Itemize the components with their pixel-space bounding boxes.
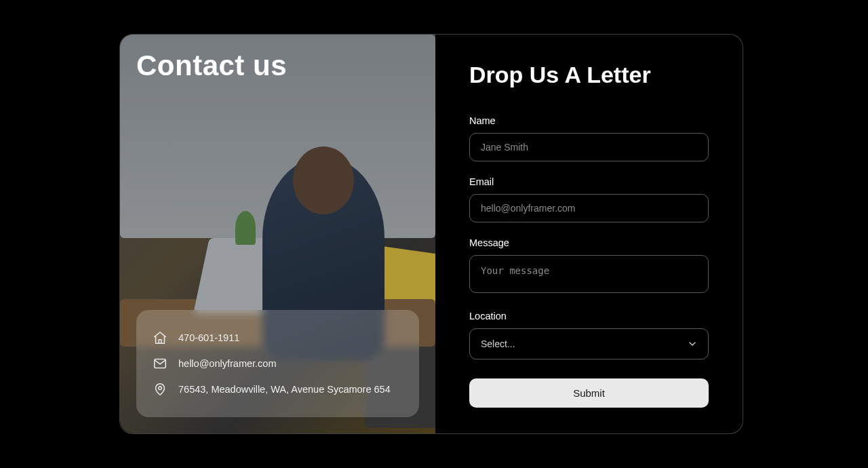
- contact-info-panel: Contact us 470-601-1911 hello@onlyframer…: [120, 35, 435, 433]
- email-input[interactable]: [469, 194, 709, 222]
- mail-icon: [153, 356, 167, 371]
- submit-button[interactable]: Submit: [469, 378, 709, 408]
- message-label: Message: [469, 237, 709, 248]
- form-title: Drop Us A Letter: [469, 62, 709, 88]
- address-text: 76543, Meadowville, WA, Avenue Sycamore …: [178, 384, 391, 395]
- contact-form-panel: Drop Us A Letter Name Email Message Loca…: [435, 35, 743, 433]
- email-row: hello@onlyframer.com: [153, 351, 403, 376]
- contact-card: Contact us 470-601-1911 hello@onlyframer…: [119, 34, 743, 434]
- contact-details-card: 470-601-1911 hello@onlyframer.com 76543,…: [136, 310, 419, 417]
- location-field: Location Select...: [469, 311, 709, 359]
- home-icon: [153, 330, 167, 345]
- name-field: Name: [469, 115, 709, 161]
- contact-title: Contact us: [136, 50, 287, 82]
- svg-point-1: [159, 387, 162, 390]
- message-field: Message: [469, 237, 709, 296]
- location-select[interactable]: Select...: [469, 328, 709, 359]
- phone-row: 470-601-1911: [153, 325, 403, 351]
- location-pin-icon: [153, 382, 167, 397]
- address-row: 76543, Meadowville, WA, Avenue Sycamore …: [153, 376, 403, 402]
- name-label: Name: [469, 115, 709, 126]
- message-input[interactable]: [469, 255, 709, 293]
- email-field: Email: [469, 176, 709, 222]
- name-input[interactable]: [469, 133, 709, 161]
- email-label: Email: [469, 176, 709, 187]
- location-label: Location: [469, 311, 709, 321]
- phone-text: 470-601-1911: [178, 332, 239, 343]
- email-text: hello@onlyframer.com: [178, 358, 276, 369]
